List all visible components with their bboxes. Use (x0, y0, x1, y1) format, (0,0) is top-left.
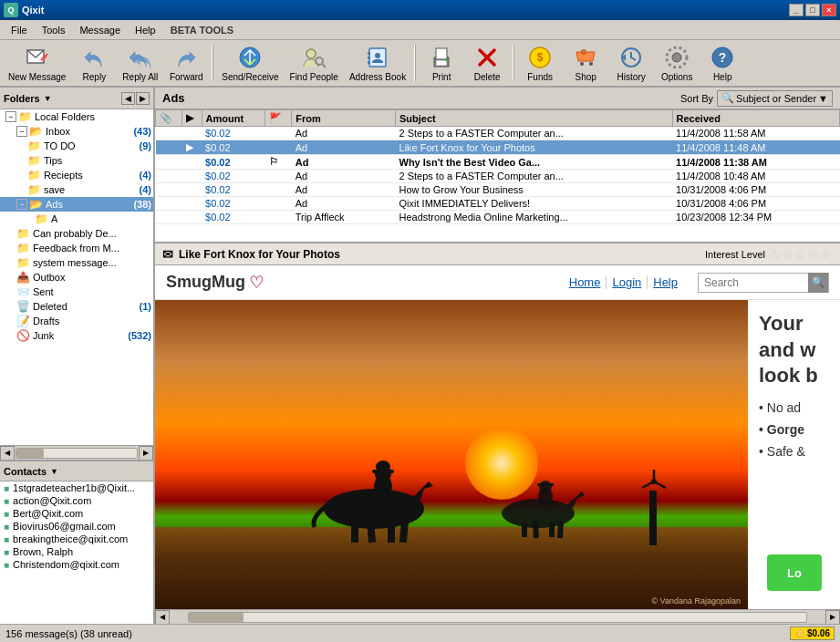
address-book-button[interactable]: Address Book (345, 42, 410, 84)
folder-icon-feedback: 📁 (16, 242, 30, 254)
folder-item-ads[interactable]: − 📂 Ads (38) (0, 197, 153, 212)
folder-count-reciepts: (4) (140, 170, 151, 181)
history-button[interactable]: History (609, 42, 653, 84)
folder-item-inbox[interactable]: − 📂 Inbox (43) (0, 124, 153, 139)
reply-all-button[interactable]: Reply All (118, 42, 162, 84)
folder-display-name: Ads (162, 91, 185, 105)
left-scroll-left[interactable]: ◀ (0, 446, 15, 461)
forward-icon (173, 45, 199, 70)
svg-rect-7 (368, 61, 370, 64)
smugmug-search-button[interactable]: 🔍 (808, 273, 828, 293)
email-row[interactable]: $0.02 Ad 2 Steps to a FASTER Computer an… (156, 127, 840, 140)
contact-item[interactable]: ■ Bert@Qixit.com (0, 507, 153, 520)
col-amount[interactable]: Amount (202, 110, 265, 127)
shop-button[interactable]: Shop (564, 42, 607, 84)
smugmug-cta-button[interactable]: Lo (767, 554, 822, 591)
new-message-button[interactable]: New Message (4, 42, 70, 84)
folder-item-local[interactable]: − 📁 Local Folders (0, 109, 153, 124)
smugmug-nav-home[interactable]: Home (564, 275, 607, 289)
col-flag[interactable]: 🚩 (265, 110, 292, 127)
close-button[interactable]: × (822, 4, 836, 16)
contacts-dropdown-icon[interactable]: ▼ (50, 467, 58, 476)
folder-item-tips[interactable]: 📁 Tips (0, 153, 153, 168)
folder-icon-save: 📁 (27, 183, 41, 196)
folders-nav-right[interactable]: ▶ (136, 92, 150, 105)
cell-flag-3 (265, 170, 292, 183)
email-row[interactable]: ▶ $0.02 Ad Like Fort Knox for Your Photo… (156, 140, 840, 155)
funds-button[interactable]: $ Funds (518, 42, 562, 84)
folder-item-deleted[interactable]: 🗑️ Deleted (1) (0, 299, 153, 314)
contact-item[interactable]: ■ 1stgradeteacher1b@Qixit... (0, 482, 153, 494)
folder-item-systemmsg[interactable]: 📁 system message... (0, 255, 153, 270)
email-row[interactable]: $0.02 Trip Affleck Headstrong Media Onli… (156, 211, 840, 224)
menu-tools[interactable]: Tools (35, 23, 73, 37)
col-unread[interactable]: ▶ (182, 110, 202, 127)
h-scroll-right[interactable]: ▶ (825, 610, 840, 625)
folder-item-feedback[interactable]: 📁 Feedback from M... (0, 241, 153, 255)
left-panel: Folders ▼ ◀ ▶ − 📁 Local Folders (0, 88, 155, 624)
folder-item-outbox[interactable]: 📤 Outbox (0, 270, 153, 285)
maximize-button[interactable]: □ (805, 4, 820, 16)
col-from[interactable]: From (292, 110, 396, 127)
contact-item[interactable]: ■ Biovirus06@gmail.com (0, 520, 153, 533)
col-received[interactable]: Received (672, 110, 839, 127)
folder-icon-outbox: 📤 (16, 271, 30, 284)
smugmug-nav-login[interactable]: Login (607, 275, 648, 289)
smugmug-nav-help[interactable]: Help (648, 275, 683, 289)
folder-item-reciepts[interactable]: 📁 Reciepts (4) (0, 168, 153, 182)
folder-toggle-inbox[interactable]: − (16, 126, 27, 137)
email-row[interactable]: $0.02 Ad How to Grow Your Business 10/31… (156, 183, 840, 197)
interest-stars[interactable]: ☆☆☆☆☆ (769, 247, 833, 262)
sort-dropdown[interactable]: 🔍 Subject or Sender ▼ (717, 90, 833, 107)
folders-dropdown-icon[interactable]: ▼ (44, 94, 52, 103)
h-scroll-left[interactable]: ◀ (155, 610, 170, 625)
menu-beta-tools[interactable]: BETA TOOLS (163, 23, 241, 37)
folder-icon-systemmsg: 📁 (16, 256, 30, 269)
folder-toggle-local[interactable]: − (5, 111, 16, 122)
email-row[interactable]: $0.02 Ad Qixit IMMEDIATELY Delivers! 10/… (156, 197, 840, 211)
help-button[interactable]: ? Help (700, 42, 744, 84)
folder-item-todo[interactable]: 📁 TO DO (9) (0, 139, 153, 153)
smugmug-search-input[interactable] (699, 274, 808, 292)
sort-controls: Sort By 🔍 Subject or Sender ▼ (680, 90, 833, 107)
minimize-button[interactable]: _ (789, 4, 804, 16)
reply-button[interactable]: Reply (72, 42, 116, 84)
folder-item-drafts[interactable]: 📝 Drafts (0, 314, 153, 328)
folder-item-canprobably[interactable]: 📁 Can probably De... (0, 226, 153, 241)
col-attach[interactable]: 📎 (156, 110, 182, 127)
email-table: 📎 ▶ Amount 🚩 From Subject Received (155, 109, 840, 224)
folders-nav-left[interactable]: ◀ (121, 92, 135, 105)
folder-item-save[interactable]: 📁 save (4) (0, 182, 153, 197)
svg-rect-5 (368, 52, 370, 55)
find-people-button[interactable]: Find People (285, 42, 343, 84)
forward-button[interactable]: Forward (164, 42, 208, 84)
contact-icon-1: ■ (4, 496, 9, 506)
delete-button[interactable]: Delete (465, 42, 509, 84)
options-button[interactable]: Options (655, 42, 699, 84)
print-button[interactable]: Print (420, 42, 463, 84)
cell-unread-4 (182, 183, 202, 197)
send-receive-button[interactable]: Send/Receive (217, 42, 283, 84)
menu-help[interactable]: Help (128, 23, 163, 37)
cell-unread-1: ▶ (182, 140, 202, 155)
menu-file[interactable]: File (4, 23, 35, 37)
email-row[interactable]: $0.02 ⚐ Ad Why Isn't the Best Video Ga..… (156, 155, 840, 170)
folder-item-a[interactable]: 📁 A (0, 212, 153, 226)
col-subject[interactable]: Subject (396, 110, 673, 127)
folder-name-drafts: Drafts (33, 316, 151, 326)
cell-amount-3: $0.02 (202, 170, 265, 183)
contact-item[interactable]: ■ action@Qixit.com (0, 494, 153, 507)
contact-item[interactable]: ■ Christendom@qixit.com (0, 558, 153, 571)
h-scroll-thumb[interactable] (189, 613, 244, 622)
folder-item-junk[interactable]: 🚫 Junk (532) (0, 328, 153, 343)
menu-message[interactable]: Message (72, 23, 128, 37)
headline-line3: look b (759, 363, 829, 389)
cell-amount-4: $0.02 (202, 183, 265, 197)
folder-toggle-ads[interactable]: − (16, 199, 27, 210)
toolbar-separator-2 (414, 45, 416, 81)
folder-item-sent[interactable]: 📨 Sent (0, 285, 153, 299)
email-row[interactable]: $0.02 Ad 2 Steps to a FASTER Computer an… (156, 170, 840, 183)
left-scroll-right[interactable]: ▶ (139, 446, 153, 461)
contact-item[interactable]: ■ breakingtheice@qixit.com (0, 533, 153, 545)
contact-item[interactable]: ■ Brown, Ralph (0, 545, 153, 558)
